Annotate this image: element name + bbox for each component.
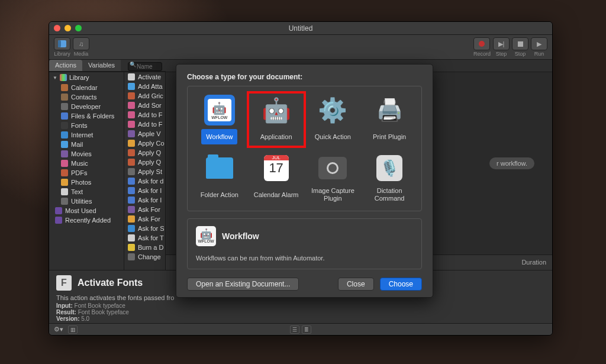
media-icon: ♫: [73, 37, 89, 50]
info-title: Workflow: [222, 231, 259, 241]
action-item[interactable]: Activate: [124, 72, 165, 82]
duration-column: Duration: [521, 259, 546, 266]
type-option-label: Quick Action: [315, 129, 351, 144]
library-item[interactable]: Mail: [49, 140, 124, 149]
action-item[interactable]: Burn a D: [124, 243, 165, 252]
disclosure-triangle-icon: ▼: [53, 75, 57, 80]
workflow-icon: 🤖WFLOW: [196, 226, 216, 246]
action-item[interactable]: Apply St: [124, 167, 165, 176]
type-option-folder-action[interactable]: Folder Action: [191, 150, 248, 205]
minimize-window-button[interactable]: [65, 25, 71, 31]
type-option-label: Print Plugin: [373, 129, 406, 144]
library-item[interactable]: Movies: [49, 149, 124, 159]
library-item[interactable]: Utilities: [49, 197, 124, 206]
calendar-alarm-icon: JUL17: [261, 153, 292, 183]
library-label: Library: [54, 51, 70, 57]
type-option-print-plugin[interactable]: 🖨️Print Plugin: [361, 92, 418, 147]
action-item[interactable]: Apply Q: [124, 148, 165, 157]
action-item[interactable]: Ask for d: [124, 176, 165, 186]
action-item[interactable]: Add to F: [124, 110, 165, 120]
action-item[interactable]: Apply Q: [124, 157, 165, 167]
library-item[interactable]: Text: [49, 187, 124, 197]
action-item[interactable]: Ask For: [124, 205, 165, 214]
action-item[interactable]: Add Gric: [124, 91, 165, 101]
type-option-workflow[interactable]: 🤖WFLOWWorkflow: [191, 92, 248, 147]
library-item[interactable]: Calendar: [49, 83, 124, 92]
view-list-button[interactable]: ☰: [290, 326, 299, 334]
search-icon: 🔍: [130, 62, 136, 67]
library-item[interactable]: Files & Folders: [49, 111, 124, 121]
document-type-grid: 🤖WFLOWWorkflow🤖Application⚙️Quick Action…: [187, 86, 422, 211]
library-toggle-button[interactable]: Library: [54, 37, 70, 57]
type-info-box: 🤖WFLOW Workflow Workflows can be run fro…: [187, 218, 422, 269]
dictation-icon: 🎙️: [374, 153, 405, 183]
action-item[interactable]: Apple V: [124, 129, 165, 138]
library-item[interactable]: PDFs: [49, 168, 124, 178]
library-item-most-used[interactable]: Most Used: [49, 206, 124, 215]
gear-menu-button[interactable]: ⚙︎▾: [54, 326, 63, 333]
type-option-label: Dictation Command: [362, 187, 417, 202]
record-icon: [473, 37, 490, 50]
stop-button[interactable]: Stop: [512, 37, 528, 57]
choose-button[interactable]: Choose: [380, 278, 422, 291]
window-title: Untitled: [289, 24, 313, 33]
record-button[interactable]: Record: [473, 37, 491, 57]
close-button[interactable]: Close: [338, 278, 374, 291]
action-item[interactable]: Add Sor: [124, 101, 165, 110]
action-item[interactable]: Add to F: [124, 120, 165, 129]
type-option-application[interactable]: 🤖Application: [248, 92, 305, 147]
action-item[interactable]: Change: [124, 252, 165, 262]
toolbar: Library ♫ Media Record ▶| Step Stop ▶ Ru…: [49, 35, 552, 60]
type-option-calendar-alarm[interactable]: JUL17Calendar Alarm: [248, 150, 305, 205]
library-icon: [54, 37, 70, 50]
action-item[interactable]: Ask for T: [124, 233, 165, 243]
action-item[interactable]: Ask For: [124, 214, 165, 224]
library-item[interactable]: Developer: [49, 102, 124, 111]
close-window-button[interactable]: [54, 25, 60, 31]
type-option-label: Calendar Alarm: [254, 187, 299, 202]
run-icon: ▶: [531, 37, 547, 50]
svg-rect-1: [58, 40, 61, 47]
type-option-image-capture[interactable]: Image Capture Plugin: [305, 150, 362, 205]
library-item[interactable]: Music: [49, 159, 124, 168]
action-item[interactable]: Add Atta: [124, 82, 165, 91]
description-title: Activate Fonts: [78, 278, 143, 288]
zoom-window-button[interactable]: [75, 25, 82, 31]
library-item[interactable]: Photos: [49, 178, 124, 187]
action-item[interactable]: Ask for S: [124, 224, 165, 233]
actions-list: ActivateAdd AttaAdd GricAdd SorAdd to FA…: [124, 72, 166, 270]
type-option-dictation[interactable]: 🎙️Dictation Command: [361, 150, 418, 205]
step-icon: ▶|: [493, 37, 510, 50]
library-item[interactable]: Contacts: [49, 92, 124, 102]
traffic-lights: [54, 25, 82, 31]
library-item-recently-added[interactable]: Recently Added: [49, 215, 124, 225]
type-option-label: Workflow: [201, 129, 237, 144]
run-button[interactable]: ▶ Run: [531, 37, 547, 57]
action-item[interactable]: Ask for I: [124, 186, 165, 195]
print-plugin-icon: 🖨️: [374, 95, 405, 125]
view-flow-button[interactable]: ≣: [302, 326, 311, 334]
media-toggle-button[interactable]: ♫ Media: [73, 37, 89, 57]
workflow-icon: 🤖WFLOW: [204, 95, 235, 125]
image-capture-icon: [317, 153, 348, 183]
status-bar: ⚙︎▾ ▥ ☰ ≣: [49, 323, 552, 335]
action-item[interactable]: Apply Co: [124, 138, 165, 148]
action-item[interactable]: Ask for I: [124, 195, 165, 205]
tab-variables[interactable]: Variables: [82, 60, 121, 71]
folder-action-icon: [204, 153, 235, 183]
library-heading[interactable]: ▼ Library: [49, 72, 124, 83]
type-option-quick-action[interactable]: ⚙️Quick Action: [305, 92, 362, 147]
library-sidebar: ▼ Library CalendarContactsDeveloperFiles…: [49, 72, 124, 270]
library-item[interactable]: Internet: [49, 130, 124, 140]
sheet-title: Choose a type for your document:: [187, 73, 422, 81]
workflow-hint-pill: r workflow.: [489, 157, 534, 169]
info-body: Workflows can be run from within Automat…: [196, 255, 413, 262]
tab-actions[interactable]: Actions: [49, 60, 82, 71]
open-existing-button[interactable]: Open an Existing Document...: [187, 278, 299, 291]
application-icon: 🤖: [261, 95, 292, 125]
toggle-description-button[interactable]: ▥: [68, 326, 78, 334]
library-item[interactable]: Fonts: [49, 121, 124, 130]
step-button[interactable]: ▶| Step: [493, 37, 510, 57]
library-icon: [60, 74, 67, 81]
quick-action-icon: ⚙️: [317, 95, 348, 125]
